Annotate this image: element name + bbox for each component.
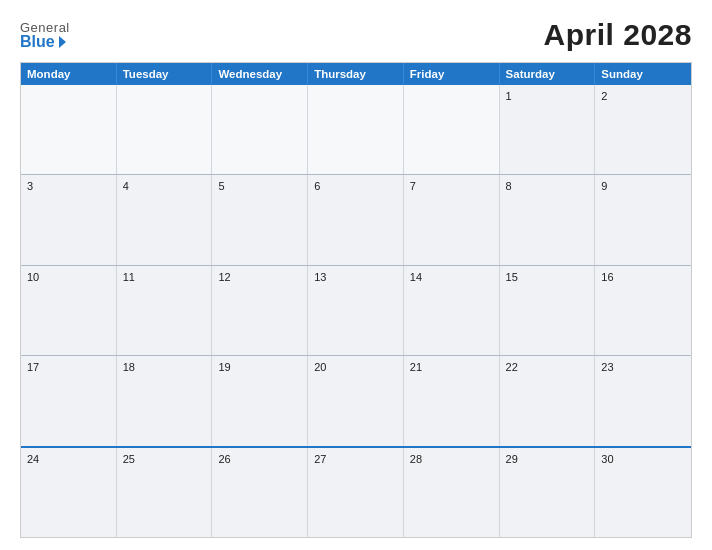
calendar-cell	[404, 85, 500, 174]
calendar-cell: 12	[212, 266, 308, 355]
calendar-cell	[21, 85, 117, 174]
day-number: 3	[27, 180, 110, 192]
calendar-cell: 21	[404, 356, 500, 445]
logo: General Blue	[20, 21, 70, 50]
calendar-cell: 25	[117, 448, 213, 537]
day-number: 10	[27, 271, 110, 283]
day-number: 27	[314, 453, 397, 465]
calendar: MondayTuesdayWednesdayThursdayFridaySatu…	[20, 62, 692, 538]
calendar-cell: 30	[595, 448, 691, 537]
day-number: 12	[218, 271, 301, 283]
calendar-cell: 3	[21, 175, 117, 264]
day-number: 18	[123, 361, 206, 373]
calendar-header-cell: Saturday	[500, 63, 596, 85]
day-number: 1	[506, 90, 589, 102]
day-number: 9	[601, 180, 685, 192]
calendar-cell: 27	[308, 448, 404, 537]
logo-blue-text: Blue	[20, 34, 70, 50]
day-number: 4	[123, 180, 206, 192]
day-number: 14	[410, 271, 493, 283]
calendar-cell: 26	[212, 448, 308, 537]
calendar-cell: 6	[308, 175, 404, 264]
day-number: 23	[601, 361, 685, 373]
calendar-cell: 28	[404, 448, 500, 537]
day-number: 16	[601, 271, 685, 283]
calendar-cell: 1	[500, 85, 596, 174]
day-number: 15	[506, 271, 589, 283]
calendar-cell: 15	[500, 266, 596, 355]
calendar-cell: 10	[21, 266, 117, 355]
calendar-cell: 29	[500, 448, 596, 537]
calendar-week: 17181920212223	[21, 355, 691, 445]
calendar-cell	[308, 85, 404, 174]
calendar-cell: 7	[404, 175, 500, 264]
day-number: 6	[314, 180, 397, 192]
calendar-header-cell: Sunday	[595, 63, 691, 85]
day-number: 8	[506, 180, 589, 192]
calendar-cell: 18	[117, 356, 213, 445]
day-number: 29	[506, 453, 589, 465]
calendar-cell: 8	[500, 175, 596, 264]
header-row: General Blue April 2028	[20, 18, 692, 52]
calendar-cell: 20	[308, 356, 404, 445]
day-number: 26	[218, 453, 301, 465]
calendar-body: 1234567891011121314151617181920212223242…	[21, 85, 691, 537]
day-number: 11	[123, 271, 206, 283]
day-number: 24	[27, 453, 110, 465]
calendar-cell: 9	[595, 175, 691, 264]
logo-triangle-icon	[59, 36, 66, 48]
day-number: 13	[314, 271, 397, 283]
calendar-header-cell: Tuesday	[117, 63, 213, 85]
calendar-cell: 14	[404, 266, 500, 355]
calendar-header-cell: Thursday	[308, 63, 404, 85]
day-number: 5	[218, 180, 301, 192]
calendar-header-cell: Monday	[21, 63, 117, 85]
calendar-cell: 2	[595, 85, 691, 174]
logo-general-text: General	[20, 21, 70, 34]
day-number: 21	[410, 361, 493, 373]
day-number: 2	[601, 90, 685, 102]
calendar-cell: 16	[595, 266, 691, 355]
day-number: 22	[506, 361, 589, 373]
day-number: 30	[601, 453, 685, 465]
calendar-header: MondayTuesdayWednesdayThursdayFridaySatu…	[21, 63, 691, 85]
calendar-cell	[117, 85, 213, 174]
calendar-cell: 5	[212, 175, 308, 264]
calendar-cell: 22	[500, 356, 596, 445]
calendar-cell: 11	[117, 266, 213, 355]
calendar-cell: 17	[21, 356, 117, 445]
calendar-cell: 4	[117, 175, 213, 264]
calendar-cell: 19	[212, 356, 308, 445]
day-number: 17	[27, 361, 110, 373]
calendar-week: 12	[21, 85, 691, 174]
calendar-week: 3456789	[21, 174, 691, 264]
calendar-header-cell: Wednesday	[212, 63, 308, 85]
calendar-header-cell: Friday	[404, 63, 500, 85]
calendar-week: 24252627282930	[21, 446, 691, 537]
day-number: 20	[314, 361, 397, 373]
day-number: 19	[218, 361, 301, 373]
day-number: 7	[410, 180, 493, 192]
page: General Blue April 2028 MondayTuesdayWed…	[0, 0, 712, 550]
calendar-cell: 24	[21, 448, 117, 537]
day-number: 25	[123, 453, 206, 465]
month-title: April 2028	[544, 18, 692, 52]
calendar-week: 10111213141516	[21, 265, 691, 355]
calendar-cell	[212, 85, 308, 174]
day-number: 28	[410, 453, 493, 465]
calendar-cell: 23	[595, 356, 691, 445]
calendar-cell: 13	[308, 266, 404, 355]
